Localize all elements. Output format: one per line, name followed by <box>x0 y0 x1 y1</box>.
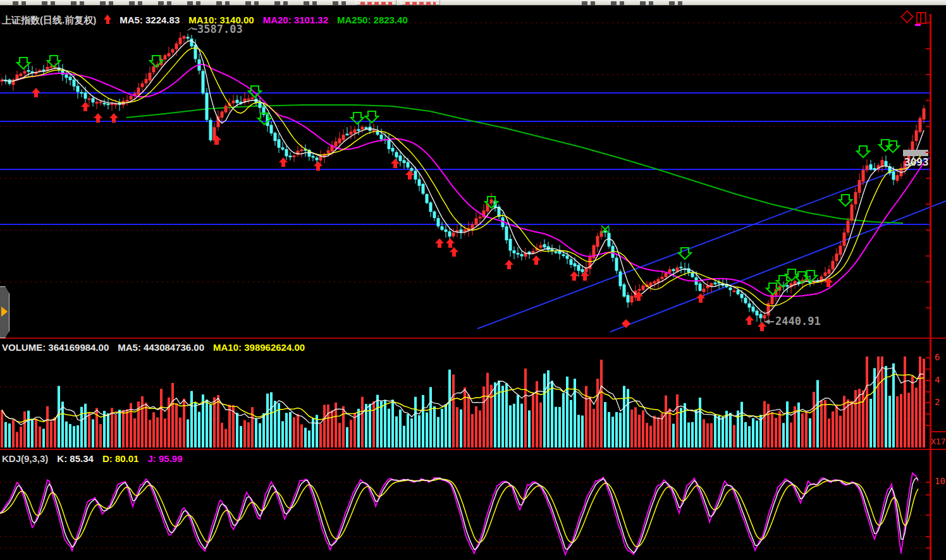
candle-body <box>92 99 94 102</box>
volume-bar <box>441 409 443 447</box>
candle-body <box>608 233 610 246</box>
candle-body <box>520 255 523 256</box>
volume-bar <box>877 356 880 447</box>
candle-body <box>259 102 261 107</box>
kdj-j-line <box>0 473 918 554</box>
volume-bar <box>187 420 189 447</box>
kdj-j-value: J: 95.99 <box>147 453 182 464</box>
candle-body <box>866 166 868 170</box>
volume-bar <box>175 403 178 447</box>
volume-bar <box>243 420 246 447</box>
main-chart-header: 上证指数(日线.前复权) MA5: 3224.83 MA10: 3140.00 … <box>2 15 408 27</box>
volume-bar <box>835 406 838 447</box>
volume-bar <box>164 418 166 447</box>
volume-bar <box>69 424 71 447</box>
candle-body <box>452 233 455 236</box>
volume-bar <box>361 397 364 447</box>
candle-body <box>653 281 656 283</box>
candle-body <box>285 149 288 155</box>
volume-header: VOLUME: 364169984.00 MA5: 443084736.00 M… <box>2 342 305 353</box>
volume-bar <box>718 416 720 447</box>
volume-bar <box>152 412 155 447</box>
candle-body <box>270 125 273 133</box>
candle-body <box>27 70 30 71</box>
pane-separator[interactable] <box>0 449 946 450</box>
sidebar-expand-tab[interactable] <box>0 286 9 338</box>
volume-bar <box>737 411 739 447</box>
price-tag-bar <box>903 150 928 156</box>
volume-bar <box>866 356 868 447</box>
kdj-chart[interactable]: 10 <box>0 450 946 560</box>
buy-signal-arrow <box>450 247 458 257</box>
instrument-title[interactable]: 上证指数(日线.前复权) <box>2 15 96 27</box>
pane-separator[interactable] <box>0 338 946 339</box>
candle-body <box>319 157 322 160</box>
volume-bar <box>733 425 735 447</box>
candle-body <box>638 289 641 291</box>
volume-bar <box>646 423 648 447</box>
volume-bar <box>285 413 288 447</box>
candle-body <box>190 39 193 46</box>
candle-body <box>141 83 144 87</box>
candle-body <box>399 156 402 161</box>
sell-signal-arrow <box>249 86 261 97</box>
volume-bar <box>88 413 90 447</box>
volume-bar <box>915 387 918 447</box>
split-window-icon[interactable] <box>916 12 926 24</box>
volume-bar <box>558 407 561 447</box>
candle-body <box>839 246 842 254</box>
ma10-line <box>9 48 924 306</box>
main-candlestick-chart[interactable]: 3587.032440.913093 <box>0 5 946 338</box>
candle-body <box>103 103 106 104</box>
volume-bar <box>805 411 808 447</box>
candle-body <box>251 98 254 99</box>
volume-bar <box>581 415 584 447</box>
sell-signal-arrow <box>857 146 869 157</box>
candle-body <box>729 288 732 289</box>
candle-body <box>896 176 899 181</box>
volume-bar <box>676 394 679 447</box>
candle-body <box>111 104 113 105</box>
toolbar-quote-button-2[interactable] <box>401 0 440 5</box>
volume-bar <box>923 358 925 447</box>
candle-body <box>426 195 428 203</box>
candle-body <box>232 101 235 103</box>
volume-value: VOLUME: 364169984.00 <box>2 342 109 353</box>
trend-line[interactable] <box>610 201 946 332</box>
candle-body <box>824 273 826 276</box>
volume-bar <box>547 370 550 447</box>
buy-signal-arrow <box>570 271 579 281</box>
volume-bar <box>240 426 242 447</box>
buy-signal-arrow <box>405 170 414 180</box>
volume-bar <box>213 398 216 447</box>
volume-bar <box>479 410 481 447</box>
volume-bar <box>593 409 595 447</box>
volume-bar <box>418 415 421 447</box>
candle-body <box>361 127 364 130</box>
volume-bar <box>388 409 390 447</box>
volume-chart[interactable]: 642X17 <box>0 339 946 449</box>
candle-body <box>175 44 178 49</box>
candle-body <box>350 132 352 135</box>
candle-body <box>615 258 618 271</box>
volume-bar <box>486 373 489 447</box>
volume-bar <box>816 380 819 447</box>
candle-body <box>391 149 394 151</box>
volume-bar <box>524 368 527 447</box>
candle-body <box>665 274 667 277</box>
volume-bar <box>869 399 872 447</box>
volume-bar <box>722 417 724 447</box>
volume-bar <box>589 396 591 447</box>
ma5-value: MA5: 3224.83 <box>120 15 180 27</box>
volume-bar <box>414 397 417 447</box>
candle-body <box>892 172 895 180</box>
toolbar-quote-button-1[interactable] <box>356 0 396 5</box>
kdj-axis-label: 10 <box>935 476 945 486</box>
volume-bar <box>729 413 732 447</box>
volume-bar <box>160 389 163 447</box>
volume-bar <box>562 393 565 447</box>
kdj-title[interactable]: KDJ(9,3,3) <box>2 453 48 464</box>
volume-bar <box>452 374 455 447</box>
candle-body <box>168 53 170 56</box>
volume-scale-note: X17 <box>931 437 945 446</box>
